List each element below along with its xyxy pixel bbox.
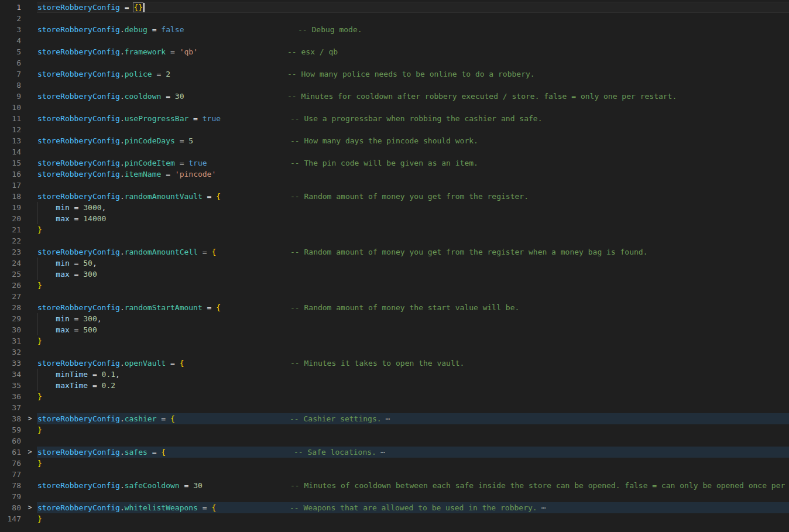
code-content[interactable]: storeRobberyConfig.cooldown = 30-- Minut… — [37, 91, 789, 102]
code-content[interactable]: } — [37, 424, 789, 435]
line-number[interactable]: 30 — [0, 324, 21, 335]
line-number[interactable]: 28 — [0, 302, 21, 313]
line-number[interactable]: 77 — [0, 469, 21, 480]
code-content[interactable]: } — [37, 458, 789, 469]
line-number[interactable]: 17 — [0, 180, 21, 191]
line-number[interactable]: 79 — [0, 491, 21, 502]
line-number[interactable]: 20 — [0, 213, 21, 224]
code-content[interactable] — [37, 124, 789, 135]
fold-chevron-icon[interactable]: > — [24, 502, 36, 513]
line-number[interactable]: 37 — [0, 402, 21, 413]
line-number[interactable]: 38 — [0, 413, 21, 424]
code-content[interactable]: minTime = 0.1, — [37, 369, 789, 380]
code-content[interactable]: } — [37, 513, 789, 524]
code-content[interactable]: storeRobberyConfig.safes = {-- Safe loca… — [37, 447, 789, 458]
code-content[interactable]: storeRobberyConfig = {} — [37, 2, 789, 13]
fold-ellipsis-badge[interactable]: ⋯ — [380, 448, 386, 457]
line-number[interactable]: 29 — [0, 313, 21, 324]
code-content[interactable]: storeRobberyConfig.framework = 'qb'-- es… — [37, 46, 789, 57]
fold-chevron-icon[interactable]: > — [24, 447, 36, 458]
line-number[interactable]: 24 — [0, 258, 21, 269]
code-editor[interactable]: 1storeRobberyConfig = {}23storeRobberyCo… — [0, 0, 789, 532]
line-number[interactable]: 23 — [0, 246, 21, 258]
code-content[interactable]: storeRobberyConfig.openVault = {-- Minut… — [37, 358, 789, 369]
code-content[interactable] — [37, 291, 789, 302]
line-number[interactable]: 34 — [0, 369, 21, 380]
line-number[interactable]: 6 — [0, 57, 21, 68]
code-content[interactable]: storeRobberyConfig.whitelistWeapons = {-… — [37, 502, 789, 513]
code-content[interactable]: storeRobberyConfig.randomAmountVault = {… — [37, 191, 789, 202]
line-number[interactable]: 19 — [0, 202, 21, 213]
line-number[interactable]: 11 — [0, 113, 21, 124]
line-number[interactable]: 15 — [0, 157, 21, 169]
line-number[interactable]: 5 — [0, 46, 21, 57]
code-content[interactable] — [37, 146, 789, 157]
line-number[interactable]: 1 — [0, 2, 21, 13]
line-number[interactable]: 36 — [0, 391, 21, 402]
code-content[interactable]: storeRobberyConfig.pinCodeDays = 5-- How… — [37, 135, 789, 146]
line-number[interactable]: 2 — [0, 13, 21, 24]
line-number[interactable]: 76 — [0, 458, 21, 469]
line-number[interactable]: 18 — [0, 191, 21, 202]
line-number[interactable]: 9 — [0, 91, 21, 102]
code-content[interactable]: maxTime = 0.2 — [37, 380, 789, 391]
code-content[interactable]: max = 500 — [37, 324, 789, 335]
code-content[interactable] — [37, 435, 789, 447]
code-content[interactable]: storeRobberyConfig.pinCodeItem = true-- … — [37, 157, 789, 169]
line-number[interactable]: 12 — [0, 124, 21, 135]
code-content[interactable]: storeRobberyConfig.randomAmountCell = {-… — [37, 246, 789, 258]
code-content[interactable] — [37, 491, 789, 502]
code-content[interactable]: storeRobberyConfig.cashier = {-- Cashier… — [37, 413, 789, 424]
code-content[interactable] — [37, 180, 789, 191]
code-content[interactable]: storeRobberyConfig.randomStartAmount = {… — [37, 302, 789, 313]
line-number[interactable]: 61 — [0, 447, 21, 458]
code-content[interactable]: } — [37, 335, 789, 346]
code-content[interactable]: max = 14000 — [37, 213, 789, 224]
line-number[interactable]: 27 — [0, 291, 21, 302]
fold-chevron-icon[interactable]: > — [24, 413, 36, 424]
fold-ellipsis-badge[interactable]: ⋯ — [541, 503, 547, 512]
line-number[interactable]: 8 — [0, 80, 21, 91]
line-number[interactable]: 80 — [0, 502, 21, 513]
code-content[interactable]: storeRobberyConfig.useProgressBar = true… — [37, 113, 789, 124]
line-number[interactable]: 147 — [0, 513, 21, 524]
line-number[interactable]: 3 — [0, 24, 21, 35]
line-number[interactable]: 10 — [0, 102, 21, 113]
line-number[interactable]: 13 — [0, 135, 21, 146]
line-number[interactable]: 16 — [0, 169, 21, 180]
line-number[interactable]: 33 — [0, 358, 21, 369]
code-content[interactable]: } — [37, 224, 789, 235]
code-content[interactable]: max = 300 — [37, 269, 789, 280]
code-content[interactable]: min = 300, — [37, 313, 789, 324]
code-content[interactable] — [37, 235, 789, 246]
code-content[interactable] — [37, 346, 789, 358]
code-content[interactable] — [37, 469, 789, 480]
code-content[interactable] — [37, 57, 789, 68]
line-number[interactable]: 7 — [0, 68, 21, 80]
code-content[interactable]: min = 3000, — [37, 202, 789, 213]
line-number[interactable]: 4 — [0, 35, 21, 46]
line-number[interactable]: 22 — [0, 235, 21, 246]
line-number[interactable]: 26 — [0, 280, 21, 291]
code-content[interactable]: storeRobberyConfig.safeCooldown = 30-- M… — [37, 480, 789, 491]
code-content[interactable]: min = 50, — [37, 258, 789, 269]
line-number[interactable]: 14 — [0, 146, 21, 157]
code-content[interactable] — [37, 402, 789, 413]
line-number[interactable]: 21 — [0, 224, 21, 235]
line-number[interactable]: 32 — [0, 346, 21, 358]
line-number[interactable]: 60 — [0, 435, 21, 447]
code-content[interactable] — [37, 13, 789, 24]
code-content[interactable]: storeRobberyConfig.itemName = 'pincode' — [37, 169, 789, 180]
fold-ellipsis-badge[interactable]: ⋯ — [386, 414, 391, 423]
code-content[interactable]: } — [37, 391, 789, 402]
code-content[interactable] — [37, 102, 789, 113]
code-content[interactable]: storeRobberyConfig.police = 2-- How many… — [37, 68, 789, 80]
line-number[interactable]: 31 — [0, 335, 21, 346]
code-content[interactable] — [37, 80, 789, 91]
line-number[interactable]: 25 — [0, 269, 21, 280]
line-number[interactable]: 78 — [0, 480, 21, 491]
code-content[interactable] — [37, 35, 789, 46]
code-content[interactable]: } — [37, 280, 789, 291]
line-number[interactable]: 59 — [0, 424, 21, 435]
line-number[interactable]: 35 — [0, 380, 21, 391]
